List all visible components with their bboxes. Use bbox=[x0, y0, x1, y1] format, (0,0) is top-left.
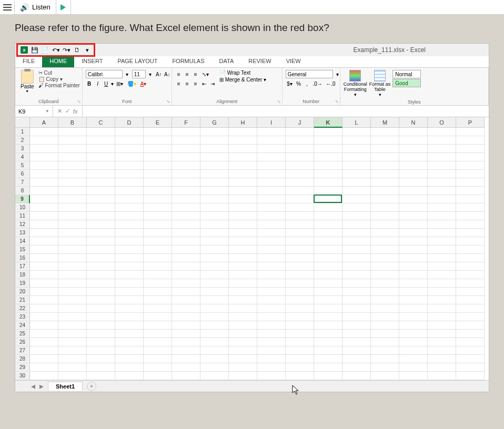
cell[interactable] bbox=[58, 170, 87, 178]
cell[interactable] bbox=[399, 254, 428, 262]
cell[interactable] bbox=[200, 338, 229, 346]
cell[interactable] bbox=[371, 229, 399, 237]
cell[interactable] bbox=[456, 355, 485, 363]
cell[interactable] bbox=[200, 229, 229, 237]
cell[interactable] bbox=[87, 296, 115, 304]
cell[interactable] bbox=[314, 203, 342, 212]
cell[interactable] bbox=[58, 220, 87, 229]
cell[interactable] bbox=[172, 178, 200, 187]
cell[interactable] bbox=[399, 161, 428, 170]
dialog-launcher-icon[interactable]: ⤡ bbox=[277, 99, 281, 104]
cell[interactable] bbox=[30, 153, 58, 161]
enter-icon[interactable]: ✓ bbox=[65, 108, 70, 115]
cell[interactable] bbox=[58, 355, 87, 363]
cell[interactable] bbox=[144, 136, 172, 145]
cell[interactable] bbox=[428, 262, 456, 271]
font-size-input[interactable] bbox=[132, 70, 146, 78]
cell[interactable] bbox=[342, 170, 371, 178]
cell[interactable] bbox=[371, 254, 399, 262]
cell[interactable] bbox=[314, 229, 342, 237]
cell[interactable] bbox=[399, 170, 428, 178]
cell[interactable] bbox=[371, 304, 399, 313]
cell[interactable] bbox=[428, 212, 456, 220]
cell[interactable] bbox=[456, 262, 485, 271]
cell[interactable] bbox=[115, 136, 144, 145]
cell[interactable] bbox=[30, 296, 58, 304]
decrease-decimal-icon[interactable]: ←.0 bbox=[325, 79, 337, 88]
cell[interactable] bbox=[314, 246, 342, 254]
cell[interactable] bbox=[399, 355, 428, 363]
cell[interactable] bbox=[200, 271, 229, 279]
cell[interactable] bbox=[200, 220, 229, 229]
row-header[interactable]: 13 bbox=[15, 229, 30, 237]
cell[interactable] bbox=[229, 178, 257, 187]
row-header[interactable]: 24 bbox=[15, 321, 30, 330]
cell[interactable] bbox=[87, 279, 115, 288]
cell[interactable] bbox=[115, 372, 144, 380]
cell[interactable] bbox=[286, 271, 314, 279]
cell[interactable] bbox=[399, 229, 428, 237]
cell[interactable] bbox=[342, 161, 371, 170]
cell[interactable] bbox=[144, 170, 172, 178]
cell[interactable] bbox=[257, 220, 286, 229]
cell[interactable] bbox=[342, 203, 371, 212]
cell[interactable] bbox=[30, 313, 58, 321]
cell[interactable] bbox=[30, 288, 58, 296]
cell[interactable] bbox=[399, 136, 428, 145]
ribbon-tab-page-layout[interactable]: PAGE LAYOUT bbox=[110, 56, 165, 67]
row-header[interactable]: 27 bbox=[15, 346, 30, 355]
cell[interactable] bbox=[115, 296, 144, 304]
align-middle-icon[interactable]: ≡ bbox=[184, 70, 191, 78]
cell[interactable] bbox=[286, 262, 314, 271]
cell[interactable] bbox=[286, 161, 314, 170]
cell[interactable] bbox=[257, 128, 286, 136]
cell[interactable] bbox=[200, 187, 229, 195]
increase-indent-icon[interactable]: ⇥ bbox=[209, 79, 216, 88]
cell[interactable] bbox=[30, 355, 58, 363]
cell[interactable] bbox=[30, 254, 58, 262]
row-header[interactable]: 1 bbox=[15, 128, 30, 136]
cell[interactable] bbox=[314, 304, 342, 313]
row-header[interactable]: 14 bbox=[15, 237, 30, 246]
cell[interactable] bbox=[371, 128, 399, 136]
cell[interactable] bbox=[314, 153, 342, 161]
cell[interactable] bbox=[342, 128, 371, 136]
cell[interactable] bbox=[428, 187, 456, 195]
wrap-text-button[interactable]: 📄Wrap Text bbox=[219, 70, 267, 76]
cell[interactable] bbox=[229, 195, 257, 203]
cell[interactable] bbox=[144, 195, 172, 203]
cell[interactable] bbox=[144, 372, 172, 380]
row-header[interactable]: 22 bbox=[15, 304, 30, 313]
cell[interactable] bbox=[115, 313, 144, 321]
cell[interactable] bbox=[87, 246, 115, 254]
cell[interactable] bbox=[115, 254, 144, 262]
row-header[interactable]: 6 bbox=[15, 170, 30, 178]
cell[interactable] bbox=[314, 372, 342, 380]
cell[interactable] bbox=[30, 187, 58, 195]
cell[interactable] bbox=[229, 279, 257, 288]
cell[interactable] bbox=[172, 203, 200, 212]
cell[interactable] bbox=[314, 262, 342, 271]
cell[interactable] bbox=[342, 246, 371, 254]
dialog-launcher-icon[interactable]: ⤡ bbox=[335, 99, 339, 104]
cell[interactable] bbox=[286, 237, 314, 246]
cell[interactable] bbox=[456, 321, 485, 330]
cell[interactable] bbox=[58, 153, 87, 161]
row-header[interactable]: 26 bbox=[15, 338, 30, 346]
cell[interactable] bbox=[200, 363, 229, 372]
cell[interactable] bbox=[30, 279, 58, 288]
cell[interactable] bbox=[456, 220, 485, 229]
cell[interactable] bbox=[428, 288, 456, 296]
cell[interactable] bbox=[456, 363, 485, 372]
cell[interactable] bbox=[257, 237, 286, 246]
cell[interactable] bbox=[200, 161, 229, 170]
cell[interactable] bbox=[428, 271, 456, 279]
cell[interactable] bbox=[172, 136, 200, 145]
cell[interactable] bbox=[172, 262, 200, 271]
cell[interactable] bbox=[144, 178, 172, 187]
cell[interactable] bbox=[314, 355, 342, 363]
cell[interactable] bbox=[456, 279, 485, 288]
column-header[interactable]: N bbox=[399, 117, 428, 128]
cell[interactable] bbox=[30, 203, 58, 212]
cell[interactable] bbox=[456, 203, 485, 212]
